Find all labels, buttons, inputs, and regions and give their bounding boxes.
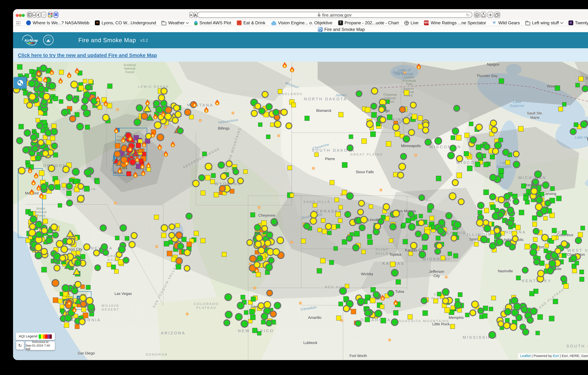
bookmark-label: Fire and Smoke Map — [324, 27, 365, 32]
plus-icon — [488, 13, 492, 17]
bookmark-item[interactable]: wLyons, CO W...Underground — [95, 20, 156, 25]
airnow-logo-text: AirNow — [24, 38, 38, 43]
shortcut-extension-button[interactable]: ⌘ — [53, 12, 58, 18]
refresh-button[interactable]: ↻ — [16, 341, 24, 350]
aqi-color-swatch — [43, 334, 45, 339]
aqi-legend-button[interactable]: AQI Legend — [16, 333, 55, 340]
extensions-icon — [48, 13, 52, 17]
forward-button[interactable] — [42, 12, 46, 18]
safari-window: ⌘ A A fire.airnow.gov ↻ — [13, 9, 588, 360]
eat-drink-icon: × — [237, 20, 242, 25]
bookmark-item[interactable]: Live — [404, 20, 419, 25]
bookmark-item[interactable]: TPropane - 202...uote - Chart — [338, 20, 399, 25]
forward-icon — [42, 13, 45, 17]
minimize-window-button[interactable] — [19, 14, 21, 17]
downloads-button[interactable] — [474, 12, 479, 18]
text-smaller-button[interactable]: A — [189, 12, 193, 18]
bookmark-label: Weather — [168, 20, 185, 25]
command-icon: ⌘ — [54, 13, 58, 17]
globe-icon — [404, 21, 409, 25]
attribution-link[interactable]: Leaflet — [520, 354, 531, 358]
bookmark-item[interactable]: WSWine Ratings ...ne Spectator — [424, 20, 486, 25]
reload-button[interactable]: ↻ — [466, 12, 470, 17]
bookmark-item[interactable]: Weather — [162, 20, 189, 25]
folder-icon — [162, 21, 167, 25]
browser-toolbar: ⌘ A A fire.airnow.gov ↻ — [13, 9, 588, 20]
bookmark-label: Snotel AWS Plot — [200, 20, 231, 25]
back-button[interactable] — [36, 12, 41, 18]
aqi-legend-label: AQI Legend — [19, 334, 37, 338]
text-larger-label: A — [194, 12, 197, 17]
tab-overview-icon — [495, 13, 499, 17]
sidebar-menu-button[interactable] — [32, 12, 35, 18]
wunderground-icon: w — [95, 20, 100, 25]
bookmark-label: Wine Ratings ...ne Spectator — [431, 20, 486, 25]
bookmarks-bar-row2: Fire and Smoke Map — [13, 26, 588, 32]
map-markers-canvas[interactable] — [13, 62, 588, 360]
version-label: v3.2 — [140, 32, 148, 48]
wildland-fire-program-seal[interactable] — [43, 35, 53, 45]
globe-extent-icon — [17, 80, 23, 86]
attribution-text: | Powered by — [531, 354, 553, 358]
full-extent-button[interactable] — [13, 77, 27, 89]
bookmark-item[interactable]: Snotel AWS Plot — [194, 20, 231, 25]
lock-icon — [318, 14, 320, 16]
cloud-icon — [271, 22, 276, 25]
aqi-color-swatch — [39, 334, 41, 339]
screen: ⌘ A A fire.airnow.gov ↻ — [0, 0, 588, 375]
nasa-icon — [26, 20, 31, 25]
bookmark-item[interactable] — [16, 21, 21, 25]
text-smaller-label: A — [190, 13, 192, 16]
chevron-down-icon — [560, 21, 563, 24]
bookmark-label: Vision Engine... o. Objektive — [278, 20, 332, 25]
update-banner: Click here to try the new and updated Fi… — [13, 48, 588, 62]
zoom-window-button[interactable] — [21, 14, 25, 17]
refreshed-at-panel: Refreshed At Sep-01-2024 7:40 AM — [26, 341, 55, 350]
extensions-button[interactable] — [48, 12, 53, 18]
attribution-link[interactable]: Esri — [553, 354, 559, 358]
chevron-down-icon — [186, 21, 189, 24]
bookmark-label: Left wing stuff — [532, 20, 559, 25]
tab-overview-button[interactable] — [494, 12, 500, 18]
bookmarks-bar: Where Is We...? NASA/WebbwLyons, CO W...… — [13, 20, 588, 26]
bookmark-item[interactable]: Fire and Smoke Map — [318, 27, 365, 32]
address-bar[interactable]: fire.airnow.gov ↻ — [197, 12, 472, 18]
bookmark-item[interactable]: Vision Engine... o. Objektive — [271, 20, 332, 25]
bookmarks-grid-icon — [16, 21, 21, 25]
app-header: AirNow Fire and Smoke Map v3.2 — [13, 32, 588, 48]
airnow-logo-aqi-bar — [28, 42, 34, 43]
aqi-color-swatch — [47, 334, 50, 339]
bookmark-label: Eat & Drink — [243, 20, 265, 25]
map[interactable]: MONTANANORTH DAKOTASOUTH DAKOTAMINNESOTA… — [13, 62, 588, 360]
sidebar-toggle-button[interactable] — [27, 12, 32, 18]
water-drop-icon — [194, 21, 198, 25]
folder-icon — [525, 21, 530, 25]
bookmark-item[interactable]: ◎Twenty Thousand Hertz — [568, 20, 588, 25]
wine-spectator-icon: WS — [424, 20, 429, 25]
bookmark-label: Twenty Thousand Hertz — [575, 20, 588, 25]
text-larger-button[interactable]: A — [193, 12, 197, 18]
url-text: fire.airnow.gov — [322, 12, 352, 17]
bookmark-label: Lyons, CO W...Underground — [102, 20, 156, 25]
attribution-text: | Esri, HERE, Garmin, FAO, NOAA, USGS, E… — [559, 354, 588, 358]
bookmark-item[interactable]: ×Eat & Drink — [237, 20, 265, 25]
bookmark-item[interactable]: Where Is We...? NASA/Webb — [26, 20, 89, 25]
share-button[interactable] — [481, 12, 486, 18]
bookmark-item[interactable]: Left wing stuff — [525, 20, 563, 25]
share-icon — [482, 13, 485, 17]
close-window-button[interactable] — [15, 14, 19, 17]
refreshed-at-timestamp: Sep-01-2024 7:40 AM — [26, 344, 55, 351]
downloads-icon — [475, 13, 479, 17]
aqi-color-swatch — [45, 334, 47, 339]
bookmark-item[interactable]: WWild Gears — [492, 20, 520, 25]
back-icon — [37, 13, 40, 17]
new-tab-button[interactable] — [487, 12, 493, 18]
update-banner-link[interactable]: Click here to try the new and updated Fi… — [18, 48, 157, 62]
bookmark-label: Wild Gears — [498, 20, 520, 25]
page-title: Fire and Smoke Map — [78, 32, 136, 48]
bookmark-label: Live — [410, 20, 419, 25]
refreshed-at-label: Refreshed At — [32, 341, 48, 344]
wild-gears-icon: W — [492, 20, 497, 25]
airnow-logo[interactable]: AirNow — [22, 34, 39, 46]
airnow-swirl-icon — [318, 27, 323, 32]
